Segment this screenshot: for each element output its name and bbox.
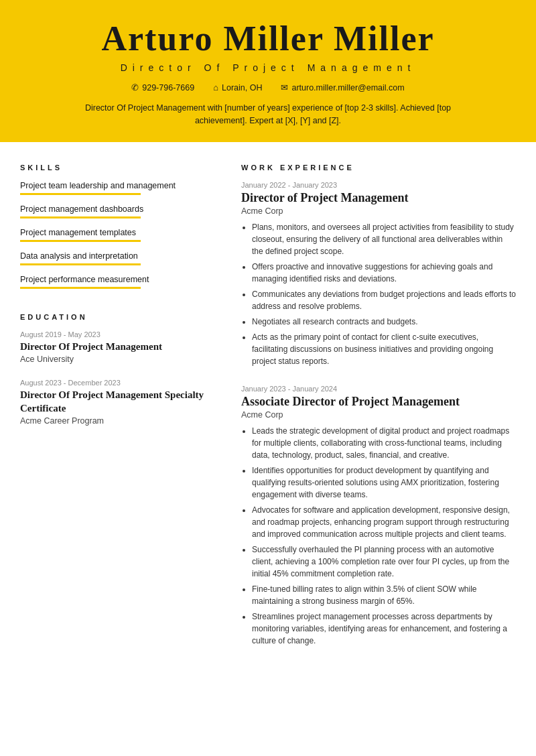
work-entry: January 2022 - January 2023 Director of … — [241, 181, 516, 367]
work-company: Acme Corp — [241, 410, 516, 420]
candidate-name: Arturo Miller Miller — [27, 19, 509, 58]
skill-bar — [20, 287, 141, 289]
work-bullet: Advocates for software and application d… — [252, 504, 516, 540]
work-heading: WORK EXPERIENCE — [241, 164, 516, 172]
skills-heading: SKILLS — [20, 164, 221, 172]
location-text: Lorain, OH — [222, 83, 262, 92]
left-column: SKILLS Project team leadership and manag… — [20, 164, 221, 664]
work-date: January 2023 - January 2024 — [241, 385, 516, 393]
edu-date: August 2023 - December 2023 — [20, 379, 221, 387]
skills-section: SKILLS Project team leadership and manag… — [20, 164, 221, 289]
email-address: arturo.miller.miller@email.com — [291, 83, 404, 92]
work-entry: January 2023 - January 2024 Associate Di… — [241, 385, 516, 647]
skill-name: Project management templates — [20, 228, 221, 237]
phone-number: 929-796-7669 — [142, 83, 194, 92]
skill-bar — [20, 240, 141, 242]
skill-item: Project management templates — [20, 228, 221, 242]
work-bullet: Acts as the primary point of contact for… — [252, 331, 516, 367]
education-heading: EDUCATION — [20, 313, 221, 321]
education-entry: August 2023 - December 2023 Director Of … — [20, 379, 221, 426]
edu-degree: Director Of Project Management — [20, 340, 221, 354]
work-bullet: Identifies opportunities for product dev… — [252, 464, 516, 501]
email-contact: ✉ arturo.miller.miller@email.com — [281, 82, 404, 92]
work-title: Director of Project Management — [241, 191, 516, 205]
skill-item: Project team leadership and management — [20, 181, 221, 195]
edu-degree: Director Of Project Management Specialty… — [20, 389, 221, 415]
right-column: WORK EXPERIENCE January 2022 - January 2… — [241, 164, 516, 664]
work-company: Acme Corp — [241, 206, 516, 216]
skill-bar — [20, 263, 141, 265]
work-bullet: Streamlines project management processes… — [252, 611, 516, 647]
education-section: EDUCATION August 2019 - May 2023 Directo… — [20, 313, 221, 426]
work-bullet: Negotiates all research contracts and bu… — [252, 316, 516, 328]
work-bullet: Plans, monitors, and oversees all projec… — [252, 221, 516, 257]
candidate-title: Director Of Project Management — [27, 62, 509, 73]
skill-name: Project management dashboards — [20, 204, 221, 214]
education-entry: August 2019 - May 2023 Director Of Proje… — [20, 330, 221, 365]
work-bullets-list: Leads the strategic development of digit… — [241, 425, 516, 647]
skill-name: Data analysis and interpretation — [20, 251, 221, 261]
main-content: SKILLS Project team leadership and manag… — [0, 142, 536, 691]
work-bullet: Offers proactive and innovative suggesti… — [252, 261, 516, 285]
location-contact: ⌂ Lorain, OH — [213, 82, 262, 92]
edu-school: Acme Career Program — [20, 416, 221, 426]
edu-school: Ace University — [20, 355, 221, 364]
skill-bar — [20, 216, 141, 218]
skill-item: Project performance measurement — [20, 275, 221, 289]
phone-icon: ✆ — [131, 82, 139, 92]
skill-name: Project performance measurement — [20, 275, 221, 284]
resume-header: Arturo Miller Miller Director Of Project… — [0, 0, 536, 142]
work-bullet: Fine-tuned billing rates to align within… — [252, 583, 516, 607]
skill-item: Data analysis and interpretation — [20, 251, 221, 265]
work-bullet: Successfully overhauled the PI planning … — [252, 544, 516, 580]
skill-bar — [20, 193, 141, 195]
phone-contact: ✆ 929-796-7669 — [131, 82, 194, 92]
email-icon: ✉ — [281, 82, 288, 92]
work-section: WORK EXPERIENCE January 2022 - January 2… — [241, 164, 516, 647]
contact-row: ✆ 929-796-7669 ⌂ Lorain, OH ✉ arturo.mil… — [27, 82, 509, 92]
work-bullet: Leads the strategic development of digit… — [252, 425, 516, 461]
skill-item: Project management dashboards — [20, 204, 221, 218]
work-title: Associate Director of Project Management — [241, 395, 516, 409]
location-icon: ⌂ — [213, 82, 218, 92]
work-bullets-list: Plans, monitors, and oversees all projec… — [241, 221, 516, 367]
summary-text: Director Of Project Management with [num… — [67, 102, 469, 127]
edu-date: August 2019 - May 2023 — [20, 330, 221, 338]
work-date: January 2022 - January 2023 — [241, 181, 516, 189]
work-bullet: Communicates any deviations from budget … — [252, 288, 516, 312]
skill-name: Project team leadership and management — [20, 181, 221, 190]
